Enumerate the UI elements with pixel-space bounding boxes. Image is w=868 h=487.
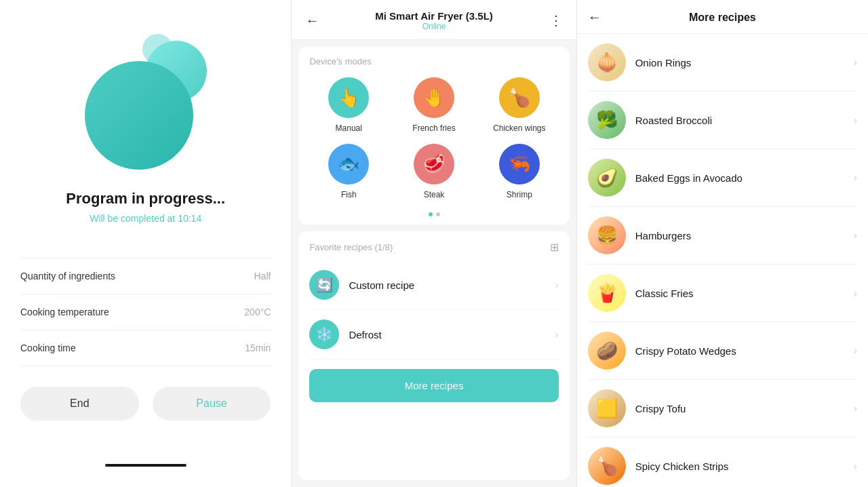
recipe-defrost[interactable]: ❄️ Defrost › [309,310,558,359]
chevron-crispy-tofu: › [854,403,857,414]
list-item-baked-eggs[interactable]: 🥑 Baked Eggs in Avocado › [588,149,857,207]
mode-manual[interactable]: 👆 Manual [309,77,388,134]
recipe-custom-icon: 🔄 [309,270,339,300]
chevron-chicken-strips: › [854,461,857,471]
recipe-hamburgers-name: Hamburgers [635,230,854,241]
mode-fish-label: Fish [341,190,357,201]
mode-manual-label: Manual [336,123,362,134]
mode-chicken-wings-icon: 🍗 [499,77,540,118]
thumb-baked-eggs: 🥑 [588,159,626,197]
device-status: Online [321,22,546,31]
status-title: Program in progress... [66,190,225,208]
mode-chicken-wings-label: Chicken wings [493,123,545,134]
list-item-onion-rings[interactable]: 🧅 Onion Rings › [588,34,857,92]
middle-panel: ← Mi Smart Air Fryer (3.5L) Online ⋮ Dev… [292,0,576,487]
page-dots [309,210,558,218]
thumb-crispy-tofu: 🟨 [588,389,626,427]
recipe-potato-wedges-name: Crispy Potato Wedges [635,345,854,357]
bubble-large [85,61,193,170]
mode-steak-icon: 🥩 [414,144,454,184]
middle-back-button[interactable]: ← [302,10,321,31]
mode-fish[interactable]: 🐟 Fish [309,144,388,201]
mode-steak-label: Steak [424,190,445,201]
modes-label: Device's modes [309,56,558,66]
list-item-classic-fries[interactable]: 🍟 Classic Fries › [588,265,857,322]
chevron-baked-eggs: › [854,172,857,183]
recipe-defrost-chevron: › [555,329,559,340]
more-options-button[interactable]: ⋮ [547,9,566,31]
mode-chicken-wings[interactable]: 🍗 Chicken wings [480,77,559,134]
modes-card: Device's modes 👆 Manual 🤚 French fries 🍗… [298,47,569,225]
mode-shrimp-icon: 🦐 [499,144,540,184]
recipe-defrost-icon: ❄️ [309,319,339,349]
right-panel: ← More recipes 🧅 Onion Rings › 🥦 Roasted… [577,0,868,487]
recipe-list: 🧅 Onion Rings › 🥦 Roasted Broccoli › 🥑 B… [577,34,868,487]
info-row-time: Cooking time 15min [20,330,271,366]
recipe-classic-fries-name: Classic Fries [635,288,854,299]
modes-grid-row2: 🐟 Fish 🥩 Steak 🦐 Shrimp [309,144,558,201]
recipes-label: Favorite recipes (1/8) [309,242,393,252]
time-value: 15min [245,343,271,353]
home-indicator [105,464,186,467]
info-row-temperature: Cooking temperature 200°C [20,294,271,330]
modes-grid-row1: 👆 Manual 🤚 French fries 🍗 Chicken wings [309,77,558,134]
list-item-crispy-tofu[interactable]: 🟨 Crispy Tofu › [588,380,857,437]
status-subtitle-pre: Will be completed at [90,213,178,224]
bubble-animation [78,34,214,170]
temperature-label: Cooking temperature [20,307,109,317]
status-time: 10:14 [178,213,201,224]
recipe-baked-eggs-name: Baked Eggs in Avocado [635,172,854,184]
recipe-chicken-strips-name: Spicy Chicken Strips [635,461,854,472]
chevron-onion-rings: › [854,57,857,68]
chevron-classic-fries: › [854,288,857,298]
right-title: More recipes [612,12,833,24]
temperature-value: 200°C [244,307,271,317]
thumb-hamburgers: 🍔 [588,216,626,254]
header-center: Mi Smart Air Fryer (3.5L) Online [321,10,546,31]
middle-header: ← Mi Smart Air Fryer (3.5L) Online ⋮ [292,0,576,40]
edit-icon[interactable]: ⊞ [550,241,559,254]
chevron-hamburgers: › [854,230,857,241]
list-item-chicken-strips[interactable]: 🍗 Spicy Chicken Strips › [588,437,857,487]
mode-french-fries-label: French fries [412,123,455,134]
right-header: ← More recipes [577,0,868,34]
chevron-roasted-broccoli: › [854,115,857,125]
thumb-potato-wedges: 🥔 [588,332,626,370]
mode-shrimp[interactable]: 🦐 Shrimp [480,144,559,201]
mode-french-fries[interactable]: 🤚 French fries [395,77,473,134]
end-button[interactable]: End [20,387,139,421]
more-recipes-button[interactable]: More recipes [309,369,558,402]
recipe-custom-chevron: › [555,279,559,290]
thumb-classic-fries: 🍟 [588,274,626,312]
mode-steak[interactable]: 🥩 Steak [395,144,473,201]
time-label: Cooking time [20,343,76,353]
mode-manual-icon: 👆 [328,77,369,118]
dot-1 [429,212,433,216]
recipe-roasted-broccoli-name: Roasted Broccoli [635,115,854,126]
quantity-label: Quantity of ingredients [20,271,115,281]
device-title: Mi Smart Air Fryer (3.5L) [321,10,546,22]
action-buttons: End Pause [20,387,271,421]
recipe-custom-name: Custom recipe [349,279,555,291]
right-back-button[interactable]: ← [588,9,601,25]
pause-button[interactable]: Pause [153,387,271,421]
list-item-roasted-broccoli[interactable]: 🥦 Roasted Broccoli › [588,92,857,149]
left-panel: Program in progress... Will be completed… [0,0,291,487]
info-row-quantity: Quantity of ingredients Half [20,258,271,294]
thumb-roasted-broccoli: 🥦 [588,101,626,139]
status-subtitle: Will be completed at 10:14 [90,213,201,224]
mode-french-fries-icon: 🤚 [414,77,454,118]
recipes-header: Favorite recipes (1/8) ⊞ [309,241,558,254]
quantity-value: Half [254,271,271,281]
recipe-custom[interactable]: 🔄 Custom recipe › [309,260,558,310]
chevron-potato-wedges: › [854,345,857,356]
list-item-potato-wedges[interactable]: 🥔 Crispy Potato Wedges › [588,322,857,380]
thumb-onion-rings: 🧅 [588,43,626,81]
dot-2 [436,212,440,216]
mode-fish-icon: 🐟 [328,144,369,184]
recipe-crispy-tofu-name: Crispy Tofu [635,403,854,414]
recipe-onion-rings-name: Onion Rings [635,57,854,69]
thumb-chicken-strips: 🍗 [588,447,626,485]
recipes-card: Favorite recipes (1/8) ⊞ 🔄 Custom recipe… [298,231,569,480]
list-item-hamburgers[interactable]: 🍔 Hamburgers › [588,207,857,265]
